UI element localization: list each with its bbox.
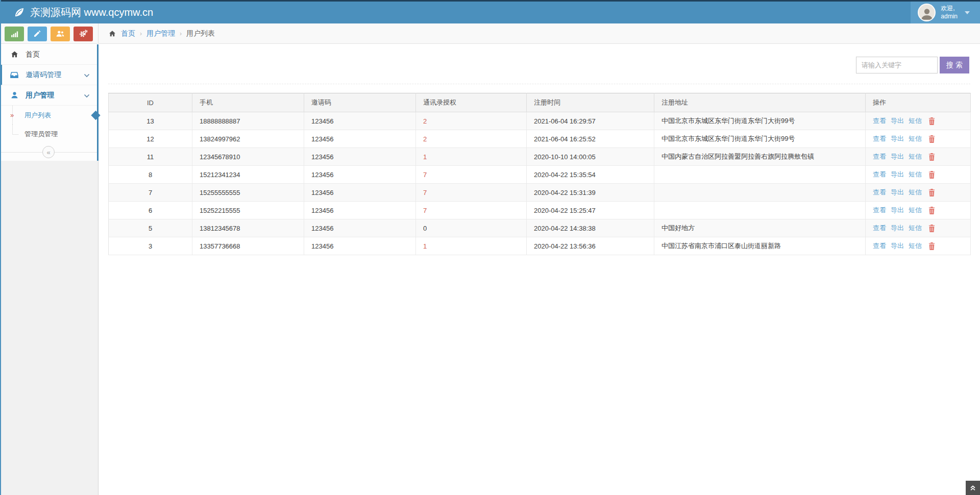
settings-button[interactable] [74,27,93,41]
tree-dash [13,134,18,135]
sidebar-item-label: 首页 [26,50,40,59]
delete-icon[interactable] [928,153,935,161]
view-link[interactable]: 查看 [873,117,886,125]
cell-code: 123456 [304,202,416,219]
user-table: ID 手机 邀请码 通讯录授权 注册时间 注册地址 操作 13188888888… [108,93,970,255]
cell-ops: 查看导出短信 [866,166,971,184]
home-icon [9,50,20,59]
export-link[interactable]: 导出 [891,242,904,250]
cell-phone: 13812345678 [192,219,304,237]
view-link[interactable]: 查看 [873,188,886,196]
sidebar-empty-area [0,161,99,495]
breadcrumb-home[interactable]: 首页 [121,29,135,38]
breadcrumb-separator: › [140,30,142,37]
export-link[interactable]: 导出 [891,153,904,160]
cell-id: 7 [109,184,192,202]
cell-time: 2020-04-22 13:56:36 [527,237,654,255]
sms-link[interactable]: 短信 [909,188,922,196]
cell-code: 123456 [304,148,416,166]
delete-icon[interactable] [928,135,935,143]
view-link[interactable]: 查看 [873,206,886,214]
user-icon [9,91,20,100]
delete-icon[interactable] [928,207,935,214]
cell-addr: 中国北京市东城区东华门街道东华门大街99号 [654,112,866,130]
cell-ops: 查看导出短信 [866,184,971,202]
quick-buttons [0,23,99,44]
sms-link[interactable]: 短信 [909,117,922,125]
sms-link[interactable]: 短信 [909,224,922,232]
cell-time: 2020-04-22 15:31:39 [527,184,654,202]
welcome-text: 欢迎, admin [941,5,958,20]
view-link[interactable]: 查看 [873,242,886,250]
sidebar-subitem-admin-manage[interactable]: 管理员管理 [0,125,97,143]
leaf-logo-icon [13,7,25,18]
active-bullet-icon: » [10,111,14,118]
sms-link[interactable]: 短信 [909,170,922,178]
cell-phone: 15252215555 [192,202,304,219]
export-link[interactable]: 导出 [891,117,904,125]
view-link[interactable]: 查看 [873,153,886,160]
cell-auth: 1 [416,237,527,255]
export-link[interactable]: 导出 [891,224,904,232]
delete-icon[interactable] [928,117,935,125]
cell-id: 3 [109,237,192,255]
delete-icon[interactable] [928,171,935,179]
column-header-contacts-auth: 通讯录授权 [416,93,527,112]
sms-link[interactable]: 短信 [909,206,922,214]
search-input[interactable] [856,57,938,73]
cell-code: 123456 [304,166,416,184]
cell-addr: 中国内蒙古自治区阿拉善盟阿拉善右旗阿拉腾敖包镇 [654,148,866,166]
cell-id: 12 [109,130,192,148]
cell-time: 2020-04-22 14:38:38 [527,219,654,237]
sms-link[interactable]: 短信 [909,242,922,250]
cell-addr [654,202,866,219]
chevrons-up-icon [969,484,976,491]
cell-time: 2020-10-10 14:00:05 [527,148,654,166]
sidebar-item-home[interactable]: 首页 [0,44,97,65]
cell-code: 123456 [304,130,416,148]
users-button[interactable] [51,27,70,41]
topbar: 亲测源码网 www.qcymw.cn 欢迎, admin [0,0,980,23]
column-header-reg-address: 注册地址 [654,93,866,112]
table-row: 31335773666812345612020-04-22 13:56:36中国… [109,237,971,255]
user-menu[interactable]: 欢迎, admin [911,2,980,23]
inbox-icon [9,70,20,80]
sidebar-collapse-button[interactable]: « [42,146,55,158]
cell-code: 123456 [304,112,416,130]
welcome-label: 欢迎, [941,5,958,13]
breadcrumb-current: 用户列表 [186,29,215,38]
view-link[interactable]: 查看 [873,135,886,142]
cell-addr [654,184,866,202]
cell-code: 123456 [304,237,416,255]
export-link[interactable]: 导出 [891,135,904,142]
scroll-to-top-button[interactable] [966,481,980,495]
search-button[interactable]: 搜 索 [940,57,969,73]
delete-icon[interactable] [928,225,935,232]
table-row: 111234567891012345612020-10-10 14:00:05中… [109,148,971,166]
export-link[interactable]: 导出 [891,170,904,178]
export-link[interactable]: 导出 [891,206,904,214]
column-header-phone: 手机 [192,93,304,112]
export-link[interactable]: 导出 [891,188,904,196]
view-link[interactable]: 查看 [873,224,886,232]
edit-button[interactable] [28,27,47,41]
table-row: 71525555555512345672020-04-22 15:31:39查看… [109,184,971,202]
cell-ops: 查看导出短信 [866,112,971,130]
cell-phone: 13824997962 [192,130,304,148]
sms-link[interactable]: 短信 [909,135,922,142]
sidebar-item-user-manage[interactable]: 用户管理 [0,85,97,106]
sidebar-item-invite-manage[interactable]: 邀请码管理 [0,65,97,85]
delete-icon[interactable] [928,189,935,196]
sms-link[interactable]: 短信 [909,153,922,160]
delete-icon[interactable] [928,242,935,250]
cell-time: 2021-06-04 16:25:52 [527,130,654,148]
breadcrumb-section[interactable]: 用户管理 [146,29,175,38]
sidebar-subitem-user-list[interactable]: » 用户列表 [0,106,97,125]
chart-button[interactable] [5,27,24,41]
view-link[interactable]: 查看 [873,170,886,178]
chevron-down-icon [84,91,90,100]
cell-ops: 查看导出短信 [866,130,971,148]
cell-id: 11 [109,148,192,166]
cell-id: 13 [109,112,192,130]
cell-time: 2020-04-22 15:35:54 [527,166,654,184]
